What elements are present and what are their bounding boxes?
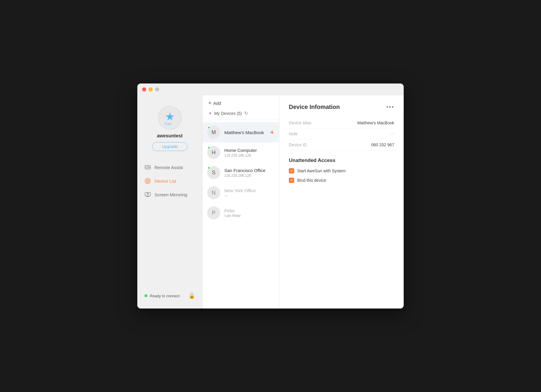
checkbox-label-bind-device: Bind this device: [297, 178, 326, 183]
online-dot: [207, 166, 210, 169]
checkbox-label-start-with-system: Start AweSun with System: [297, 168, 346, 173]
info-title: Device Infomation: [289, 104, 340, 110]
checkbox-start-with-system[interactable]: ✓: [289, 168, 294, 173]
device-ip: 116.235.166.126: [224, 173, 274, 178]
chevron-down-icon: ▼: [208, 111, 212, 115]
device-ip: 116.235.166.126: [224, 153, 274, 158]
profile-section: ★ Free awesuntest Upgrade: [137, 100, 202, 156]
device-avatar-n: N: [207, 186, 220, 199]
device-avatar-m: M: [207, 126, 220, 139]
device-panel: + Add ▼ My Devices (5) ↻ M Mat: [202, 95, 279, 309]
status-indicator: Ready to connect: [144, 294, 180, 298]
sidebar-nav: Remote Assist Device List: [137, 156, 202, 288]
remote-assist-icon: [144, 164, 151, 171]
my-devices-row: ▼ My Devices (5) ↻: [208, 110, 273, 116]
star-icon: ★: [165, 110, 175, 123]
device-info-matthews-macbook: Matthew's MacBook: [224, 130, 266, 135]
checkbox-row-bind-device: ✓ Bind this device: [289, 178, 394, 183]
checkmark-icon: ✓: [290, 178, 293, 182]
online-dot: [207, 146, 210, 149]
device-info-home-computer: Home Computer 116.235.166.126: [224, 148, 274, 158]
screen-mirroring-icon: [144, 191, 151, 198]
device-name: New York Office: [224, 188, 274, 193]
info-value-note: ---: [390, 131, 394, 136]
sidebar: ★ Free awesuntest Upgrade: [137, 95, 202, 309]
app-window: ★ Free awesuntest Upgrade: [137, 83, 404, 309]
connect-arrow-icon[interactable]: ➤: [268, 128, 276, 136]
my-devices-label: My Devices (5): [214, 111, 242, 116]
info-row-note: Note ---: [289, 128, 394, 139]
minimize-button[interactable]: [149, 87, 153, 91]
device-item-home-computer[interactable]: H Home Computer 116.235.166.126: [202, 142, 279, 163]
add-button[interactable]: + Add: [208, 100, 221, 106]
screen-mirroring-label: Screen Mirroring: [154, 192, 187, 197]
info-panel: Device Infomation ••• Device Alias Matth…: [279, 95, 404, 309]
traffic-lights: [142, 87, 159, 91]
device-list: M Matthew's MacBook ➤ H Home Computer 11…: [202, 120, 279, 309]
lock-icon[interactable]: 🔓: [189, 293, 195, 299]
device-avatar-h: H: [207, 146, 220, 159]
device-item-peter[interactable]: P Peter I am Peter: [202, 203, 279, 223]
device-item-san-francisco-office[interactable]: S San Francisco Office 116.235.166.126: [202, 163, 279, 183]
device-list-label: Device List: [154, 179, 176, 184]
device-name: Home Computer: [224, 148, 274, 153]
device-info-peter: Peter I am Peter: [224, 208, 274, 218]
sidebar-item-screen-mirroring[interactable]: Screen Mirroring: [137, 188, 202, 201]
star-container: ★ Free: [165, 110, 175, 126]
avatar: ★ Free: [158, 106, 182, 130]
status-dot: [144, 294, 147, 297]
maximize-button[interactable]: [155, 87, 159, 91]
device-item-matthews-macbook[interactable]: M Matthew's MacBook ➤: [202, 122, 279, 142]
checkmark-icon: ✓: [290, 169, 293, 173]
device-ip: ---: [224, 194, 274, 198]
checkbox-row-start-with-system: ✓ Start AweSun with System: [289, 168, 394, 173]
info-row-alias: Device Alias Matthew's MacBook: [289, 118, 394, 128]
plus-icon: +: [208, 100, 212, 106]
device-name: San Francisco Office: [224, 168, 274, 173]
remote-assist-label: Remote Assist: [154, 165, 183, 170]
refresh-icon[interactable]: ↻: [244, 110, 248, 116]
info-label-note: Note: [289, 131, 298, 136]
upgrade-button[interactable]: Upgrade: [152, 142, 188, 151]
checkbox-bind-device[interactable]: ✓: [289, 178, 294, 183]
sidebar-item-remote-assist[interactable]: Remote Assist: [137, 160, 202, 174]
unattended-access-title: Unattended Access: [289, 158, 394, 163]
info-value-alias: Matthew's MacBook: [357, 121, 394, 125]
device-name: Peter: [224, 208, 274, 213]
username-label: awesuntest: [157, 133, 183, 139]
more-options-button[interactable]: •••: [386, 104, 394, 110]
info-header: Device Infomation •••: [289, 104, 394, 110]
info-row-device-id: Device ID 060 332 967: [289, 139, 394, 150]
device-list-icon: [144, 178, 151, 184]
device-ip: I am Peter: [224, 214, 274, 218]
device-avatar-p: P: [207, 206, 220, 219]
status-label: Ready to connect: [150, 294, 180, 298]
info-label-alias: Device Alias: [289, 121, 311, 125]
device-info-new-york-office: New York Office ---: [224, 188, 274, 198]
info-label-device-id: Device ID: [289, 142, 307, 147]
sidebar-item-device-list[interactable]: Device List: [137, 174, 202, 188]
sidebar-footer: Ready to connect 🔓: [137, 288, 202, 304]
device-avatar-s: S: [207, 166, 220, 179]
online-dot: [207, 126, 210, 129]
main-content: ★ Free awesuntest Upgrade: [137, 95, 404, 309]
svg-point-3: [147, 180, 148, 181]
info-value-device-id: 060 332 967: [371, 142, 394, 147]
close-button[interactable]: [142, 87, 146, 91]
device-info-san-francisco-office: San Francisco Office 116.235.166.126: [224, 168, 274, 178]
device-item-new-york-office[interactable]: N New York Office ---: [202, 183, 279, 203]
titlebar: [137, 83, 404, 95]
device-panel-header: + Add ▼ My Devices (5) ↻: [202, 95, 279, 120]
device-name: Matthew's MacBook: [224, 130, 266, 135]
